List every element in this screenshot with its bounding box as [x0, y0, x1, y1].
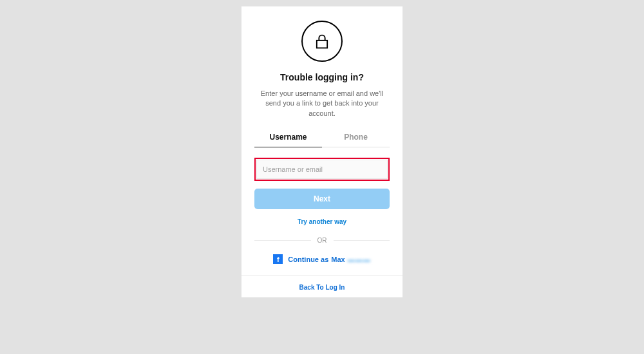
- or-divider: OR: [254, 237, 390, 244]
- try-another-way-link[interactable]: Try another way: [298, 218, 346, 225]
- next-button[interactable]: Next: [254, 189, 390, 209]
- or-label: OR: [317, 237, 327, 244]
- divider-line: [254, 240, 311, 241]
- lock-icon: [301, 21, 343, 62]
- username-input-highlight: [254, 158, 390, 181]
- facebook-user-last-name-obscured: ▬▬▬: [348, 256, 371, 263]
- divider-line: [334, 240, 390, 241]
- tab-username[interactable]: Username: [254, 127, 322, 147]
- tab-row: Username Phone: [254, 127, 390, 147]
- forgot-password-card: Trouble logging in? Enter your username …: [242, 6, 402, 297]
- facebook-continue-prefix: Continue as: [288, 256, 328, 263]
- back-to-login-link[interactable]: Back To Log In: [254, 276, 390, 297]
- continue-with-facebook-button[interactable]: f Continue as Max ▬▬▬: [273, 254, 370, 264]
- facebook-user-first-name: Max: [331, 256, 345, 263]
- svg-rect-0: [317, 41, 327, 48]
- username-input[interactable]: [256, 160, 388, 179]
- facebook-continue-text: Continue as Max ▬▬▬: [288, 256, 370, 263]
- facebook-icon: f: [273, 254, 283, 264]
- tab-phone[interactable]: Phone: [322, 127, 390, 147]
- page-title: Trouble logging in?: [280, 72, 364, 82]
- page-subtitle: Enter your username or email and we'll s…: [254, 89, 390, 118]
